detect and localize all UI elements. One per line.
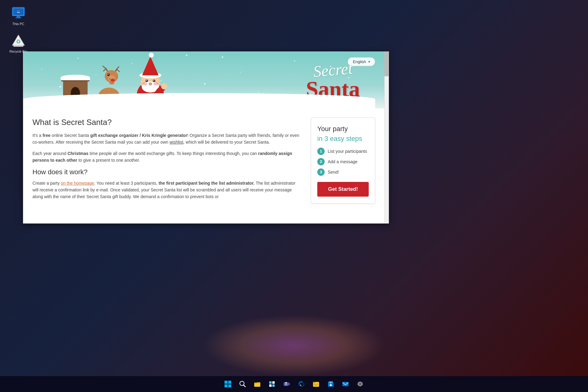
step-number-3: 3 bbox=[317, 168, 325, 176]
homepage-link[interactable]: on the homepage bbox=[61, 181, 94, 186]
mail-icon bbox=[342, 380, 349, 388]
taskbar-mail-button[interactable] bbox=[339, 377, 352, 391]
svg-point-22 bbox=[111, 79, 115, 82]
svg-line-16 bbox=[117, 69, 119, 72]
content-area: What is Secret Santa? It's a free online… bbox=[23, 108, 384, 214]
paragraph-how-works: Create a party on the homepage. You need… bbox=[32, 180, 302, 200]
main-content: What is Secret Santa? It's a free online… bbox=[32, 118, 302, 205]
svg-text:♻: ♻ bbox=[16, 39, 21, 45]
party-card-title: Your party bbox=[317, 125, 369, 134]
heading-how-does: How does it work? bbox=[32, 168, 302, 176]
para2-end: to give a present to one another. bbox=[77, 158, 140, 163]
taskbar-start-button[interactable] bbox=[221, 377, 235, 391]
party-card-subtitle: in 3 easy steps bbox=[317, 135, 369, 143]
paragraph-christmas: Each year around Christmas time people a… bbox=[32, 150, 302, 164]
recycle-bin-icon: ♻ bbox=[11, 34, 26, 48]
step-number-1: 1 bbox=[317, 148, 325, 155]
para3-prefix: Create a party bbox=[32, 181, 61, 186]
party-card: Your party in 3 easy steps 1 List your p… bbox=[311, 118, 375, 204]
svg-rect-71 bbox=[314, 384, 318, 385]
chevron-down-icon: ▾ bbox=[368, 60, 370, 63]
windows-logo-icon bbox=[224, 381, 231, 387]
snow-ground bbox=[23, 93, 375, 108]
svg-point-21 bbox=[108, 74, 109, 75]
hero-banner: English ▾ Secret Santa bbox=[23, 52, 384, 108]
para2-prefix: Each year around bbox=[32, 151, 67, 156]
svg-rect-10 bbox=[13, 45, 23, 47]
svg-text:●●: ●● bbox=[285, 384, 287, 386]
svg-point-54 bbox=[149, 82, 152, 85]
get-started-button[interactable]: Get Started! bbox=[317, 182, 369, 197]
svg-rect-60 bbox=[254, 383, 257, 383]
svg-line-13 bbox=[104, 69, 106, 71]
svg-point-44 bbox=[149, 53, 154, 58]
taskbar-file-manager-button[interactable] bbox=[309, 377, 323, 391]
svg-rect-74 bbox=[330, 384, 332, 386]
svg-point-75 bbox=[330, 382, 331, 383]
svg-text:💻: 💻 bbox=[17, 10, 20, 13]
taskbar-settings-button[interactable] bbox=[353, 377, 367, 391]
para3-bold1: the first participant being the list adm… bbox=[159, 181, 255, 186]
para1-prefix: It's a bbox=[32, 133, 43, 138]
scrollbar-thumb[interactable] bbox=[384, 52, 389, 76]
para3-mid: . You need at least 3 participants, bbox=[94, 181, 159, 186]
step-number-2: 2 bbox=[317, 158, 325, 165]
desktop-glow bbox=[202, 315, 386, 376]
heading-what-is: What is Secret Santa? bbox=[32, 118, 302, 127]
taskbar-file-explorer-button[interactable] bbox=[251, 377, 264, 391]
party-step-3: 3 Send! bbox=[317, 168, 369, 176]
chimney-snow bbox=[61, 75, 90, 80]
svg-rect-62 bbox=[272, 381, 275, 384]
svg-rect-76 bbox=[342, 382, 349, 386]
browser-scrollbar[interactable] bbox=[384, 52, 389, 223]
para1-mid: online Secret Santa bbox=[51, 133, 90, 138]
party-step-1: 1 List your participants bbox=[317, 148, 369, 155]
search-icon bbox=[239, 381, 246, 387]
para1-free: free bbox=[43, 133, 51, 138]
file-explorer-icon bbox=[254, 380, 261, 388]
svg-rect-72 bbox=[314, 385, 317, 386]
svg-rect-70 bbox=[313, 382, 315, 383]
taskbar-teams-button[interactable]: ●● bbox=[280, 377, 293, 391]
para2-mid: time people all over the world exchange … bbox=[89, 151, 258, 156]
settings-icon bbox=[356, 380, 364, 388]
svg-rect-64 bbox=[272, 384, 275, 387]
taskbar-icons: ●● bbox=[221, 377, 367, 391]
svg-line-58 bbox=[243, 385, 245, 387]
desktop-icon-recycle[interactable]: ♻ Recycle Bin bbox=[6, 34, 31, 53]
svg-marker-66 bbox=[288, 383, 290, 386]
svg-point-52 bbox=[142, 82, 147, 85]
para1-bold: gift exchange organizer / Kris Kringle g… bbox=[90, 133, 187, 138]
monitor-icon: 💻 bbox=[11, 6, 26, 21]
svg-rect-61 bbox=[269, 381, 272, 384]
svg-marker-43 bbox=[142, 56, 159, 75]
svg-point-51 bbox=[153, 80, 154, 81]
svg-line-15 bbox=[117, 67, 119, 69]
svg-point-56 bbox=[161, 83, 167, 89]
step-label-1: List your participants bbox=[328, 149, 367, 154]
desktop-icon-computer[interactable]: 💻 This PC bbox=[6, 6, 31, 26]
store-icon bbox=[327, 380, 334, 388]
svg-point-67 bbox=[285, 382, 287, 384]
browser-window: English ▾ Secret Santa bbox=[23, 51, 389, 224]
taskbar-edge-button[interactable] bbox=[295, 377, 308, 391]
computer-icon-label: This PC bbox=[12, 22, 24, 26]
svg-rect-5 bbox=[15, 17, 21, 18]
taskbar: ●● bbox=[0, 376, 588, 392]
taskbar-store-button[interactable] bbox=[324, 377, 337, 391]
para1-end2: , which will be delivered to your Secret… bbox=[183, 140, 270, 145]
svg-point-50 bbox=[146, 80, 147, 81]
file-manager-icon bbox=[312, 380, 320, 388]
teams-icon: ●● bbox=[283, 380, 290, 388]
party-step-2: 2 Add a message bbox=[317, 158, 369, 165]
step-label-3: Send! bbox=[328, 170, 339, 175]
svg-rect-63 bbox=[269, 384, 272, 387]
svg-point-53 bbox=[153, 82, 158, 85]
taskbar-search-button[interactable] bbox=[236, 377, 249, 391]
para2-christmas: Christmas bbox=[67, 151, 88, 156]
svg-line-12 bbox=[103, 66, 106, 69]
taskbar-widgets-button[interactable] bbox=[265, 377, 279, 391]
para1-wishlist: wishlist bbox=[169, 140, 183, 145]
edge-icon bbox=[298, 380, 305, 388]
svg-point-79 bbox=[360, 384, 361, 385]
